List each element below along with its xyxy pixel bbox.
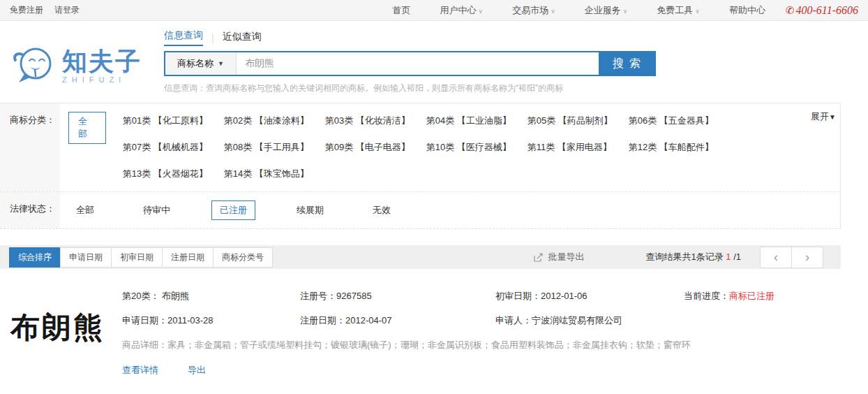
sort-reg-date[interactable]: 注册日期	[162, 247, 214, 268]
header: 知夫子 ZHIFUZI 信息查询 | 近似查询 商标名称 ▼ 搜索 信息查询：查…	[0, 21, 868, 103]
category-item-11[interactable]: 第11类 【家用电器】	[527, 134, 629, 161]
category-item-13[interactable]: 第13类 【火器烟花】	[123, 161, 224, 187]
reg-no-value: 9267585	[336, 291, 372, 301]
top-nav: 首页 用户中心∨ 交易市场∨ 企业服务∨ 免费工具∨ 帮助中心 ✆400-611…	[378, 4, 858, 17]
category-item-09[interactable]: 第09类 【电子电器】	[325, 134, 426, 161]
nav-item-help-center[interactable]: 帮助中心	[714, 4, 780, 17]
service-phone: ✆400-611-6606	[786, 4, 858, 17]
category-list: 第01类 【化工原料】 第02类 【油漆涂料】 第03类 【化妆清洁】 第04类…	[123, 108, 825, 187]
nav-label: 用户中心	[440, 5, 477, 15]
info-row-1: 第20类： 布朗熊 注册号：9267585 初审日期：2012-01-06 当前…	[122, 290, 868, 302]
category-item-03[interactable]: 第03类 【化妆清洁】	[325, 108, 426, 134]
first-trial-label: 初审日期：	[495, 291, 541, 301]
next-page-button[interactable]: ›	[791, 247, 823, 268]
apply-date-field: 申请日期：2011-03-28	[122, 314, 300, 327]
status-filter-content: 全部 待审中 已注册 续展期 无效	[60, 192, 432, 228]
reg-no-label: 注册号：	[300, 291, 336, 301]
sort-first-trial-date[interactable]: 初审日期	[111, 247, 163, 268]
category-item-14[interactable]: 第14类 【珠宝饰品】	[224, 161, 325, 187]
first-trial-value: 2012-01-06	[541, 291, 588, 301]
nav-item-trade-market[interactable]: 交易市场∨	[497, 4, 570, 17]
login-link[interactable]: 请登录	[54, 4, 80, 16]
prev-page-button[interactable]: ‹	[760, 247, 792, 268]
goods-label: 商品详细：	[122, 340, 167, 350]
sort-toolbar: 综合排序 申请日期 初审日期 注册日期 商标分类号 批量导出 查询结果共1条记录…	[0, 245, 841, 269]
chevron-left-icon: ‹	[774, 250, 778, 265]
top-bar: 免费注册 请登录 首页 用户中心∨ 交易市场∨ 企业服务∨ 免费工具∨ 帮助中心…	[0, 0, 868, 21]
logo-name: 知夫子	[62, 48, 142, 75]
toolbar-right: 批量导出 查询结果共1条记录 1 /1 ‹ ›	[534, 247, 841, 268]
chevron-down-icon: ▼	[218, 60, 224, 67]
applicant-value: 宁波润竑贸易有限公司	[532, 315, 622, 326]
info-row-2: 申请日期：2011-03-28 注册日期：2012-04-07 申请人：宁波润竑…	[122, 314, 868, 327]
logo-subtitle: ZHIFUZI	[62, 75, 142, 84]
nav-item-free-tools[interactable]: 免费工具∨	[642, 4, 714, 17]
class-field: 第20类： 布朗熊	[122, 290, 300, 302]
sort-buttons: 综合排序 申请日期 初审日期 注册日期 商标分类号	[10, 247, 273, 268]
category-item-12[interactable]: 第12类 【车船配件】	[629, 134, 730, 161]
sort-composite[interactable]: 综合排序	[9, 247, 61, 268]
empty-cell	[684, 314, 868, 327]
nav-item-user-center[interactable]: 用户中心∨	[426, 4, 498, 17]
search-button[interactable]: 搜索	[599, 52, 654, 75]
mascot-icon	[10, 45, 57, 87]
export-icon	[534, 253, 544, 262]
status-filter-row: 法律状态： 全部 待审中 已注册 续展期 无效	[0, 191, 840, 228]
nav-label: 企业服务	[585, 5, 621, 15]
category-item-06[interactable]: 第06类 【五金器具】	[629, 108, 730, 134]
applicant-label: 申请人：	[495, 315, 532, 326]
status-option-all[interactable]: 全部	[68, 201, 102, 219]
expand-button[interactable]: 展开▼	[811, 110, 836, 123]
status-option-invalid[interactable]: 无效	[365, 201, 398, 219]
status-option-pending[interactable]: 待审中	[135, 201, 178, 219]
register-link[interactable]: 免费注册	[10, 4, 43, 16]
search-input[interactable]	[237, 52, 599, 75]
reg-no-field: 注册号：9267585	[300, 290, 495, 302]
result-links: 查看详情 导出	[122, 364, 868, 377]
sort-apply-date[interactable]: 申请日期	[60, 247, 112, 268]
category-all-button[interactable]: 全部	[68, 112, 106, 144]
nav-item-enterprise-services[interactable]: 企业服务∨	[570, 4, 643, 17]
search-tabs: 信息查询 | 近似查询	[164, 29, 656, 46]
progress-label: 当前进度：	[684, 291, 729, 301]
status-option-registered[interactable]: 已注册	[211, 200, 255, 220]
trademark-info: 第20类： 布朗熊 注册号：9267585 初审日期：2012-01-06 当前…	[122, 287, 868, 377]
sort-class-number[interactable]: 商标分类号	[213, 247, 273, 268]
logo-text: 知夫子 ZHIFUZI	[62, 48, 142, 85]
category-item-08[interactable]: 第08类 【手工用具】	[224, 134, 325, 161]
progress-field: 当前进度：商标已注册	[684, 290, 868, 302]
search-type-select[interactable]: 商标名称 ▼	[165, 52, 237, 75]
total-pages-text: /1	[733, 251, 741, 262]
auth-links: 免费注册 请登录	[10, 4, 80, 16]
category-item-01[interactable]: 第01类 【化工原料】	[123, 108, 224, 134]
view-detail-link[interactable]: 查看详情	[122, 364, 158, 377]
nav-label: 交易市场	[512, 5, 548, 15]
status-option-renewal[interactable]: 续展期	[289, 201, 331, 219]
result-pager: ‹ ›	[761, 247, 823, 268]
category-item-04[interactable]: 第04类 【工业油脂】	[426, 108, 527, 134]
batch-export-button[interactable]: 批量导出	[534, 251, 584, 263]
search-box: 商标名称 ▼ 搜索	[164, 51, 656, 76]
current-page-value: 1	[726, 251, 731, 262]
result-row: 布朗熊 第20类： 布朗熊 注册号：9267585 初审日期：2012-01-0…	[0, 269, 868, 377]
category-item-07[interactable]: 第07类 【机械机器】	[123, 134, 224, 161]
tab-divider: |	[211, 32, 214, 46]
category-filter-label: 商标分类：	[0, 103, 60, 191]
tab-similar-query[interactable]: 近似查询	[223, 31, 262, 46]
chevron-down-icon: ∨	[623, 8, 628, 15]
chevron-down-icon: ∨	[551, 8, 555, 15]
search-area: 信息查询 | 近似查询 商标名称 ▼ 搜索 信息查询：查询商标名称与您输入的关键…	[164, 29, 656, 103]
nav-item-home[interactable]: 首页	[378, 4, 426, 17]
category-item-05[interactable]: 第05类 【药品制剂】	[527, 108, 629, 134]
category-item-10[interactable]: 第10类 【医疗器械】	[426, 134, 527, 161]
status-filter-label: 法律状态：	[0, 192, 60, 228]
export-link[interactable]: 导出	[188, 364, 206, 377]
tab-info-query[interactable]: 信息查询	[164, 29, 203, 46]
logo[interactable]: 知夫子 ZHIFUZI	[10, 29, 164, 103]
category-item-02[interactable]: 第02类 【油漆涂料】	[224, 108, 325, 134]
reg-date-value: 2012-04-07	[345, 315, 392, 326]
goods-value: 家具；非金属箱；管子或缆绳塑料挂勾；镀银玻璃(镜子)；珊瑚；非金属识别板；食品用…	[167, 340, 691, 350]
trademark-image-text: 布朗熊	[10, 308, 122, 377]
reg-date-field: 注册日期：2012-04-07	[300, 314, 495, 327]
search-type-label: 商标名称	[177, 57, 214, 70]
